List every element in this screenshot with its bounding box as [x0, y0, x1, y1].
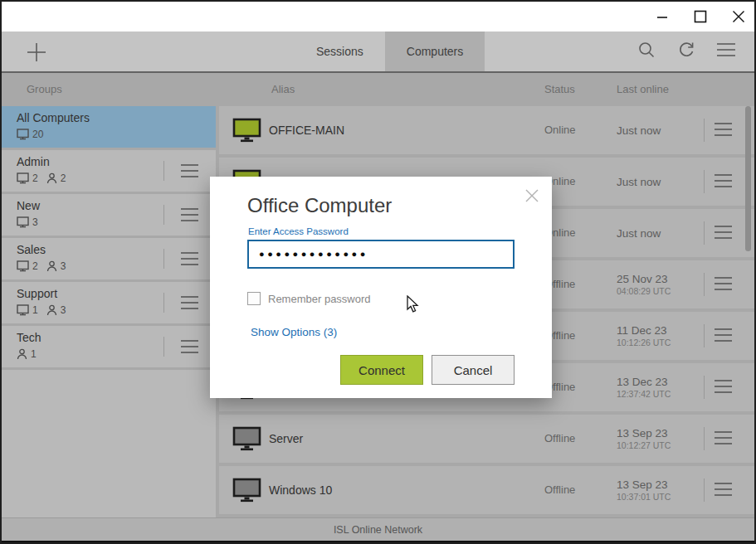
row-menu-icon[interactable] [180, 294, 199, 311]
monitor-icon [17, 129, 29, 140]
group-item[interactable]: Admin22 [2, 150, 216, 194]
last-online-date: Just now [617, 124, 661, 138]
tab-sessions-label: Sessions [316, 45, 363, 58]
scrollbar-thumb[interactable] [745, 106, 751, 251]
computer-row[interactable]: OFFICE-MAINOnlineJust now [219, 106, 754, 154]
group-name: Tech [17, 331, 41, 344]
groups-list: All Computers20Admin22New3Sales23Support… [2, 106, 216, 517]
group-menu-button[interactable] [180, 338, 199, 358]
computer-menu-button[interactable] [714, 172, 733, 192]
computer-monitor-icon [232, 118, 261, 143]
computer-alias: OFFICE-MAIN [269, 124, 344, 137]
dialog-close-icon[interactable] [524, 188, 539, 203]
divider [704, 478, 705, 502]
connect-dialog: Office Computer Enter Access Password ●●… [210, 177, 552, 398]
status-header: Status [544, 83, 575, 95]
group-item[interactable]: Support13 [2, 282, 216, 326]
person-icon [17, 348, 27, 360]
row-menu-icon[interactable] [180, 206, 199, 223]
group-item[interactable]: New3 [2, 194, 216, 238]
last-online-date: 11 Dec 23 [617, 323, 671, 338]
last-online-date: 13 Sep 23 [617, 478, 671, 492]
divider [704, 170, 705, 193]
group-item[interactable]: Tech1 [2, 326, 216, 370]
row-menu-icon[interactable] [180, 163, 199, 179]
tab-sessions[interactable]: Sessions [295, 32, 385, 71]
last-online-date: Just now [617, 175, 661, 189]
group-user-count: 3 [61, 304, 71, 316]
group-counts: 1 [17, 348, 41, 360]
password-label: Enter Access Password [248, 226, 349, 236]
row-menu-icon[interactable] [714, 224, 733, 240]
close-icon[interactable] [731, 9, 746, 24]
group-item[interactable]: All Computers20 [2, 106, 216, 150]
groups-header: Groups [27, 83, 62, 95]
refresh-icon[interactable] [676, 40, 696, 63]
titlebar [2, 2, 754, 32]
tab-computers[interactable]: Computers [385, 32, 485, 71]
column-headers: Groups Alias Status Last online [2, 73, 754, 106]
row-menu-icon[interactable] [714, 430, 733, 446]
dialog-title: Office Computer [247, 194, 392, 217]
computer-alias: Server [269, 432, 303, 445]
group-name: New [17, 199, 40, 212]
group-menu-button[interactable] [180, 163, 199, 182]
group-item[interactable]: Sales23 [2, 238, 216, 282]
monitor-icon [17, 216, 29, 228]
computer-menu-button[interactable] [714, 275, 733, 295]
row-menu-icon[interactable] [180, 338, 199, 355]
group-menu-button[interactable] [180, 206, 199, 226]
divider [704, 427, 705, 450]
computer-menu-button[interactable] [714, 378, 733, 398]
divider [704, 119, 705, 142]
group-menu-button[interactable] [180, 294, 199, 314]
group-computer-count: 3 [32, 216, 43, 228]
toolbar: Sessions Computers [2, 32, 754, 73]
show-options-link[interactable]: Show Options (3) [251, 326, 337, 338]
last-online-time: 04:08:29 UTC [617, 286, 671, 297]
maximize-icon[interactable] [693, 9, 708, 24]
computer-menu-button[interactable] [714, 481, 733, 501]
add-icon[interactable] [27, 42, 46, 66]
divider [704, 221, 705, 245]
row-menu-icon[interactable] [714, 481, 733, 498]
divider [704, 273, 705, 296]
group-menu-button[interactable] [180, 250, 199, 270]
row-menu-icon[interactable] [714, 378, 733, 395]
row-menu-icon[interactable] [714, 275, 733, 292]
computer-menu-button[interactable] [714, 121, 733, 141]
computer-menu-button[interactable] [714, 327, 733, 347]
last-online-date: Just now [617, 226, 661, 240]
divider [163, 249, 164, 269]
row-menu-icon[interactable] [714, 327, 733, 343]
last-online-time: 10:12:27 UTC [617, 440, 671, 451]
menu-icon[interactable] [716, 42, 736, 61]
computer-row[interactable]: ServerOffline13 Sep 2310:12:27 UTC [219, 415, 754, 463]
person-icon [46, 172, 57, 184]
computer-menu-button[interactable] [714, 224, 733, 244]
computer-monitor-icon [232, 426, 261, 451]
password-input[interactable]: ●●●●●●●●●●●●● [247, 240, 515, 269]
last-online-date: 25 Nov 23 [617, 272, 671, 286]
computer-menu-button[interactable] [714, 430, 733, 449]
monitor-icon [17, 172, 29, 184]
footer-text: ISL Online Network [334, 524, 422, 536]
search-icon[interactable] [637, 40, 656, 63]
row-menu-icon[interactable] [714, 121, 733, 138]
minimize-icon[interactable] [655, 9, 670, 24]
alias-header: Alias [271, 83, 295, 95]
group-user-count: 3 [61, 260, 71, 272]
row-menu-icon[interactable] [180, 250, 199, 267]
group-name: Sales [17, 243, 46, 256]
divider [163, 293, 164, 313]
divider [704, 376, 705, 399]
computer-row[interactable]: Windows 10Offline13 Sep 2310:37:01 UTC [219, 466, 754, 514]
group-counts: 20 [17, 129, 48, 140]
computer-status: Online [544, 124, 576, 136]
remember-checkbox[interactable] [247, 292, 261, 305]
cancel-button[interactable]: Cancel [432, 355, 515, 385]
row-menu-icon[interactable] [714, 172, 733, 189]
connect-button[interactable]: Connect [340, 355, 423, 385]
group-counts: 3 [17, 216, 43, 228]
divider [163, 205, 164, 225]
